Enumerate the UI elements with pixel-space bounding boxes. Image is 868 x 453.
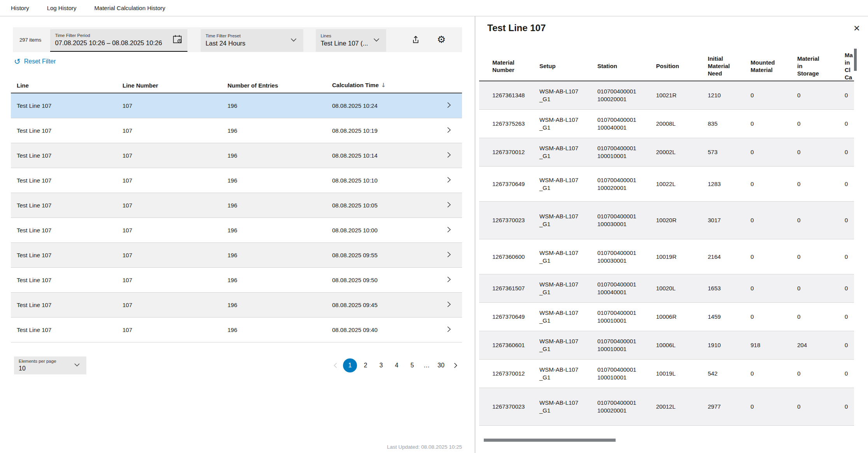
- cell-mounted-material: 0: [751, 388, 754, 425]
- table-row[interactable]: 1267370012WSM-AB-L107_G10107004000011000…: [479, 138, 854, 167]
- time-filter-period-field[interactable]: Time Filter Period 07.08.2025 10:26 – 08…: [50, 29, 187, 52]
- cell-number-of-entries: 196: [228, 168, 237, 193]
- lines-dropdown[interactable]: Lines Test Line 107 (...: [316, 29, 386, 52]
- cell-material-truncated: 0: [845, 138, 848, 166]
- table-row[interactable]: Test Line 10710719608.08.2025 10:10: [11, 168, 462, 193]
- table-row[interactable]: 1267361507WSM-AB-L107_G10107004000011000…: [479, 274, 854, 303]
- table-row[interactable]: Test Line 10710719608.08.2025 10:24: [11, 93, 462, 118]
- time-filter-period-value: 07.08.2025 10:26 – 08.08.2025 10:26: [55, 39, 162, 47]
- tab-log-history[interactable]: Log History: [47, 5, 77, 11]
- column-header-mounted-material[interactable]: Mounted Material: [751, 51, 782, 81]
- column-header-line-number[interactable]: Line Number: [122, 82, 158, 89]
- column-header-material-truncated[interactable]: Ma in Cl Ca: [845, 51, 854, 81]
- elements-per-page-dropdown[interactable]: Elements per page 10: [14, 356, 86, 374]
- table-row[interactable]: Test Line 10710719608.08.2025 09:40: [11, 318, 462, 342]
- table-row[interactable]: Test Line 10710719608.08.2025 09:55: [11, 243, 462, 268]
- table-row[interactable]: 1267370012WSM-AB-L107_G10107004000011000…: [479, 360, 854, 388]
- cell-calculation-time: 08.08.2025 09:55: [332, 243, 378, 267]
- close-icon[interactable]: ✕: [852, 23, 862, 33]
- column-header-initial-material-need[interactable]: Initial Material Need: [708, 51, 733, 81]
- table-row[interactable]: Test Line 10710719608.08.2025 09:45: [11, 293, 462, 318]
- cell-calculation-time: 08.08.2025 10:10: [332, 168, 378, 193]
- chevron-right-icon[interactable]: [444, 325, 453, 335]
- chevron-right-icon[interactable]: [444, 225, 453, 236]
- next-page-icon[interactable]: [450, 360, 461, 371]
- column-header-setup[interactable]: Setup: [539, 51, 586, 81]
- gear-icon[interactable]: ⚙: [436, 34, 447, 46]
- table-row[interactable]: Test Line 10710719608.08.2025 10:00: [11, 218, 462, 243]
- cell-position: 10020L: [656, 274, 676, 302]
- elements-per-page-value: 10: [19, 364, 56, 372]
- previous-page-icon[interactable]: [330, 360, 341, 371]
- cell-setup: WSM-AB-L107_G1: [539, 388, 578, 425]
- page-button[interactable]: 4: [390, 358, 404, 372]
- chevron-right-icon[interactable]: [444, 300, 453, 311]
- column-header-calculation-time[interactable]: Calculation Time↓: [332, 82, 386, 89]
- page-button[interactable]: 30: [434, 358, 448, 372]
- column-header-material-number[interactable]: Material Number: [492, 51, 525, 81]
- table-row[interactable]: 1267370023WSM-AB-L107_G10107004000011000…: [479, 202, 854, 239]
- cell-station: 010700400001100010001: [597, 331, 636, 359]
- vertical-scrollbar[interactable]: [854, 49, 857, 71]
- page-button[interactable]: 5: [405, 358, 419, 372]
- chevron-right-icon[interactable]: [444, 100, 453, 111]
- cell-mounted-material: 0: [751, 138, 754, 166]
- column-header-station[interactable]: Station: [597, 51, 648, 81]
- cell-material-in-storage: 0: [797, 303, 800, 331]
- chevron-right-icon[interactable]: [444, 125, 453, 136]
- page-button[interactable]: 2: [359, 358, 373, 372]
- cell-position: 10006L: [656, 331, 676, 359]
- time-filter-preset-dropdown[interactable]: Time Filter Preset Last 24 Hours: [201, 29, 303, 52]
- table-row[interactable]: Test Line 10710719608.08.2025 10:19: [11, 118, 462, 143]
- page-button[interactable]: 1: [343, 358, 357, 372]
- cell-setup: WSM-AB-L107_G1: [539, 331, 578, 359]
- cell-station: 010700400001100020001: [597, 388, 636, 425]
- column-header-position[interactable]: Position: [656, 51, 695, 81]
- cell-setup: WSM-AB-L107_G1: [539, 110, 578, 138]
- chevron-down-icon: [371, 35, 382, 46]
- table-row[interactable]: 1267370023WSM-AB-L107_G10107004000011000…: [479, 388, 854, 426]
- chevron-right-icon[interactable]: [444, 175, 453, 186]
- horizontal-scrollbar[interactable]: [484, 439, 616, 442]
- column-header-material-in-storage[interactable]: Material in Storage: [797, 51, 824, 81]
- column-header-line[interactable]: Line: [17, 82, 29, 89]
- calendar-icon[interactable]: [172, 34, 183, 46]
- chevron-right-icon[interactable]: [444, 275, 453, 286]
- table-row[interactable]: Test Line 10710719608.08.2025 09:50: [11, 268, 462, 293]
- detail-panel: Test Line 107 ✕ Material Number Setup St…: [475, 16, 868, 453]
- tab-history[interactable]: History: [11, 5, 29, 11]
- cell-material-number: 1267370649: [492, 167, 525, 201]
- table-row[interactable]: 1267370649WSM-AB-L107_G10107004000011000…: [479, 167, 854, 202]
- cell-material-number: 1267361348: [492, 81, 525, 109]
- cell-mounted-material: 0: [751, 167, 754, 201]
- table-row[interactable]: Test Line 10710719608.08.2025 10:14: [11, 143, 462, 168]
- table-row[interactable]: 1267360601WSM-AB-L107_G10107004000011000…: [479, 331, 854, 360]
- chevron-right-icon[interactable]: [444, 200, 453, 211]
- time-filter-preset-value: Last 24 Hours: [205, 39, 245, 47]
- table-row[interactable]: 1267360600WSM-AB-L107_G10107004000011000…: [479, 239, 854, 274]
- tab-material-calculation-history[interactable]: Material Calculation History: [94, 5, 166, 11]
- chevron-right-icon[interactable]: [444, 150, 453, 161]
- cell-line-number: 107: [122, 168, 132, 193]
- reset-filter-button[interactable]: ↺ Reset Filter: [14, 58, 56, 65]
- cell-material-in-storage: 0: [797, 138, 800, 166]
- cell-number-of-entries: 196: [228, 118, 237, 143]
- items-count: 297 items: [19, 37, 41, 43]
- table-row[interactable]: 1267370649WSM-AB-L107_G10107004000011000…: [479, 303, 854, 331]
- table-row[interactable]: Test Line 10710719608.08.2025 10:05: [11, 193, 462, 218]
- cell-initial-material-need: 3017: [708, 202, 721, 239]
- cell-line-number: 107: [122, 318, 132, 342]
- cell-position: 10019L: [656, 360, 676, 388]
- cell-initial-material-need: 1283: [708, 167, 721, 201]
- cell-position: 10022L: [656, 167, 676, 201]
- table-row[interactable]: 1267375263WSM-AB-L107_G10107004000011000…: [479, 110, 854, 138]
- chevron-right-icon[interactable]: [444, 250, 453, 261]
- cell-material-number: 1267361507: [492, 274, 525, 302]
- page-button[interactable]: 3: [374, 358, 388, 372]
- export-icon[interactable]: [410, 34, 422, 46]
- table-row[interactable]: 1267361348WSM-AB-L107_G10107004000011000…: [479, 81, 854, 110]
- column-header-number-of-entries[interactable]: Number of Entries: [228, 82, 278, 89]
- cell-material-number: 1267370012: [492, 138, 525, 166]
- history-table: Line Line Number Number of Entries Calcu…: [11, 76, 462, 342]
- cell-calculation-time: 08.08.2025 09:45: [332, 293, 378, 317]
